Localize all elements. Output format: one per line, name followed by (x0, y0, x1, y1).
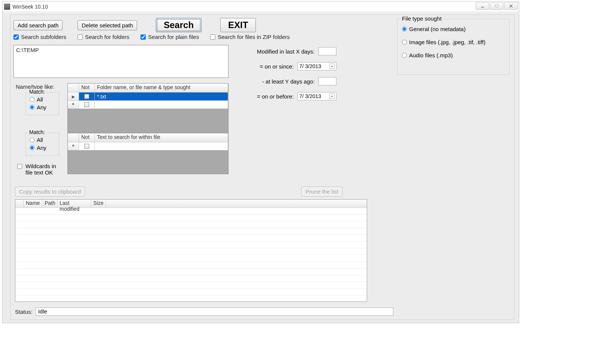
row-indicator-icon: ▸ (68, 92, 79, 100)
dropdown-icon[interactable]: ▾ (329, 64, 335, 69)
name-grid-not-cell[interactable] (79, 100, 95, 109)
copy-results-button[interactable]: Copy results to clipboard (15, 186, 85, 197)
search-path-item[interactable]: C:\TEMP (16, 47, 226, 53)
results-col-name[interactable]: Name (24, 200, 42, 208)
close-button[interactable] (504, 2, 518, 10)
search-subfolders-input[interactable] (13, 34, 19, 40)
new-row-icon: * (68, 142, 79, 150)
search-zip-checkbox[interactable]: Search for files in ZIP folders (210, 34, 290, 40)
svg-rect-1 (495, 4, 498, 7)
name-grid-new-row[interactable]: * (68, 100, 228, 109)
search-paths-listbox[interactable]: C:\TEMP (13, 45, 229, 78)
results-empty-row (15, 242, 367, 248)
prune-list-button[interactable]: Prune the list (301, 186, 342, 197)
modified-last-x-input[interactable] (318, 47, 336, 55)
results-row-header-col[interactable] (15, 200, 24, 208)
results-empty-row (15, 269, 367, 275)
wildcards-input[interactable] (17, 164, 22, 169)
filetype-image-radio[interactable]: Image files (.jpg, .jpeg, .tif, .tiff) (402, 39, 505, 45)
search-button[interactable]: Search (156, 18, 202, 32)
name-grid-col-not[interactable]: Not (79, 84, 95, 92)
results-col-size[interactable]: Size (91, 200, 106, 208)
results-col-spacer (106, 200, 367, 208)
delete-selected-path-button[interactable]: Delete selected path (78, 20, 137, 30)
results-empty-row (15, 282, 367, 289)
text-match-group: Match: All Any (25, 133, 59, 156)
name-grid-header: Not Folder name, or file name & type sou… (68, 84, 228, 92)
search-plain-label: Search for plain files (148, 34, 199, 40)
results-empty-row (15, 289, 367, 295)
name-grid-pattern-cell[interactable] (95, 100, 228, 109)
search-subfolders-checkbox[interactable]: Search subfolders (13, 34, 66, 40)
titlebar: WinSeek 10.10 (3, 1, 519, 12)
maximize-icon (494, 4, 499, 8)
add-search-path-button[interactable]: Add search path (13, 20, 63, 30)
on-or-before-datepicker[interactable]: 7/ 3/2013 ▾ (297, 92, 336, 100)
on-or-before-value: 7/ 3/2013 (299, 93, 321, 99)
name-match-all[interactable]: All (30, 96, 55, 103)
results-grid[interactable]: Name Path Last modified Size (15, 199, 367, 302)
search-plain-files-checkbox[interactable]: Search for plain files (140, 34, 199, 40)
search-zip-input[interactable] (210, 34, 215, 40)
text-grid-new-row[interactable]: * (68, 142, 228, 150)
text-match-all[interactable]: All (30, 137, 55, 143)
results-empty-row (15, 215, 367, 221)
status-row: Status: Idle (15, 307, 393, 316)
status-value: Idle (36, 307, 393, 316)
exit-button[interactable]: EXIT (220, 18, 256, 32)
results-col-lastmod[interactable]: Last modified (57, 200, 91, 208)
text-grid-not-cell[interactable] (79, 142, 95, 150)
close-icon (509, 4, 513, 8)
at-least-y-input[interactable] (318, 77, 336, 85)
filetype-general-radio[interactable]: General (no metadata) (402, 26, 505, 32)
text-match-title: Match: (28, 129, 46, 135)
maximize-button[interactable] (490, 2, 503, 10)
checkbox-icon[interactable] (84, 144, 89, 149)
checkbox-icon[interactable] (84, 94, 89, 99)
filetype-audio-radio[interactable]: Audio files (.mp3) (402, 52, 505, 58)
name-grid-not-cell[interactable] (79, 92, 95, 100)
results-header: Name Path Last modified Size (15, 200, 367, 208)
checkbox-icon[interactable] (84, 102, 89, 107)
mid-button-row: Copy results to clipboard Prune the list (15, 186, 342, 197)
results-empty-row (15, 255, 367, 262)
date-filter-area: Modified in last X days: = on or since: … (239, 47, 336, 107)
window-title: WinSeek 10.10 (12, 4, 48, 10)
at-least-y-label: - at least Y days ago: (239, 78, 315, 85)
status-label: Status: (15, 309, 33, 315)
on-or-since-datepicker[interactable]: 7/ 3/2013 ▾ (297, 62, 336, 70)
on-or-before-label: = on or before: (239, 93, 294, 100)
dropdown-icon[interactable]: ▾ (329, 94, 335, 99)
app-window: WinSeek 10.10 Add search path Delete sel… (2, 1, 519, 323)
name-match-group: Match: All Any (25, 92, 59, 115)
on-or-since-label: = on or since: (239, 63, 294, 70)
text-search-grid[interactable]: Not Text to search for within file * (67, 133, 229, 174)
search-subfolders-label: Search subfolders (21, 34, 66, 40)
wildcards-checkbox[interactable]: Wildcards in file text OK (16, 163, 56, 176)
results-empty-row (15, 262, 367, 269)
app-icon (4, 4, 10, 10)
results-empty-row (15, 235, 367, 242)
search-folders-checkbox[interactable]: Search for folders (78, 34, 129, 40)
name-grid-col-pattern[interactable]: Folder name, or file name & type sought (95, 84, 228, 92)
name-grid-pattern-cell[interactable]: *.txt (95, 92, 228, 100)
name-match-any[interactable]: Any (30, 104, 55, 110)
results-col-path[interactable]: Path (42, 200, 57, 208)
text-grid-header: Not Text to search for within file (68, 133, 228, 142)
text-grid-col-not[interactable]: Not (79, 133, 95, 142)
text-grid-text-cell[interactable] (95, 142, 228, 150)
client-area: Add search path Delete selected path Sea… (3, 12, 519, 323)
text-grid-col-text[interactable]: Text to search for within file (95, 133, 228, 142)
search-plain-input[interactable] (140, 34, 146, 40)
search-zip-label: Search for files in ZIP folders (218, 34, 290, 40)
on-or-since-value: 7/ 3/2013 (299, 63, 321, 69)
wildcards-label: Wildcards in file text OK (25, 163, 56, 176)
options-row: Search subfolders Search for folders Sea… (13, 34, 290, 40)
minimize-button[interactable] (476, 2, 489, 10)
name-grid-row-selected[interactable]: ▸ *.txt (68, 92, 228, 100)
file-type-group: File type sought General (no metadata) I… (397, 19, 509, 75)
text-match-any[interactable]: Any (30, 145, 55, 151)
main-panel: Add search path Delete selected path Sea… (10, 15, 514, 320)
search-folders-input[interactable] (78, 34, 83, 40)
name-pattern-grid[interactable]: Not Folder name, or file name & type sou… (67, 83, 229, 137)
